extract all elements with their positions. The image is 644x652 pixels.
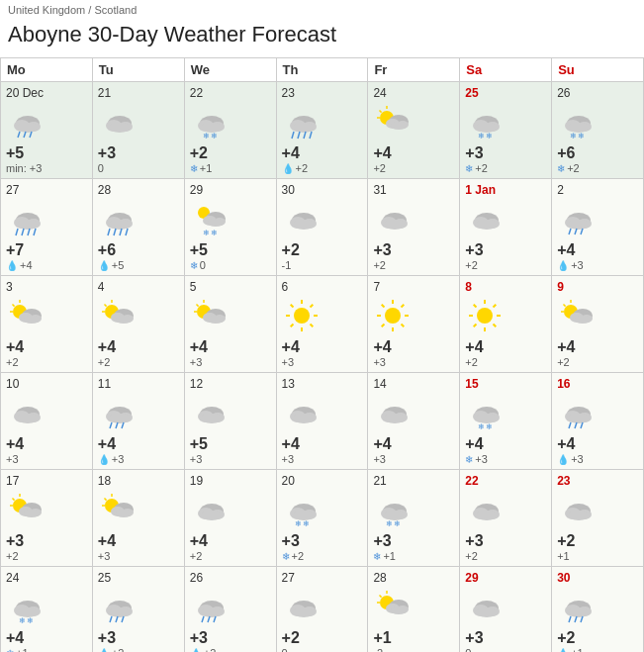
svg-line-233: [116, 616, 118, 622]
weather-icon: [190, 490, 271, 532]
day-header-mo: Mo: [1, 58, 93, 82]
main-temp: +3: [465, 629, 483, 647]
sub-row: min: +3: [6, 162, 87, 174]
main-temp: +3: [465, 532, 483, 550]
weather-icon: [282, 296, 363, 338]
sub-row: 💧+3: [557, 259, 638, 271]
main-temp: +4: [282, 338, 300, 356]
svg-line-4: [18, 132, 20, 138]
day-number: 8: [465, 280, 546, 294]
svg-point-65: [207, 219, 225, 227]
weather-icon: [373, 393, 454, 435]
sub-row: +3: [373, 453, 454, 465]
sub-row: 0: [98, 162, 179, 174]
svg-point-164: [293, 414, 315, 423]
sub-row: +3: [6, 453, 87, 465]
svg-line-249: [380, 596, 382, 598]
temp-row: +3: [98, 629, 179, 647]
weather-icon: [465, 296, 546, 338]
main-temp: +2: [557, 629, 575, 647]
day-cell: 24 +4+2: [368, 82, 460, 179]
temp-row: +6: [98, 241, 179, 259]
svg-text:❄: ❄: [394, 519, 401, 528]
day-number: 10: [6, 377, 87, 391]
day-number: 13: [282, 377, 363, 391]
main-temp: +2: [282, 629, 300, 647]
main-temp: +2: [190, 144, 208, 162]
sub-temp: +3: [475, 453, 488, 465]
svg-point-245: [293, 607, 315, 617]
sub-temp: +1: [383, 550, 396, 562]
main-temp: +4: [190, 338, 208, 356]
weather-icon: [465, 199, 546, 241]
day-cell: 27 +20: [277, 567, 369, 652]
svg-point-3: [17, 123, 39, 133]
day-number: 1 Jan: [465, 183, 546, 197]
sub-row: 0: [465, 647, 546, 652]
day-number: 19: [190, 474, 271, 488]
day-cell: 21 +30: [93, 82, 185, 179]
sub-temp: +2: [475, 162, 488, 174]
day-number: 5: [190, 280, 271, 294]
main-temp: +3: [190, 629, 208, 647]
sub-row: +2: [6, 356, 87, 368]
day-number: 24: [373, 86, 454, 100]
svg-line-154: [110, 422, 112, 428]
day-number: 22: [465, 474, 546, 488]
day-header-we: We: [185, 58, 277, 82]
day-cell: 20 ❄ ❄+3❄+2: [277, 470, 369, 567]
weather-icon: [6, 393, 87, 435]
day-number: 9: [557, 280, 638, 294]
breadcrumb: United Kingdom / Scotland: [0, 0, 644, 18]
main-temp: +4: [98, 532, 116, 550]
svg-text:❄: ❄: [478, 422, 485, 431]
day-number: 26: [557, 86, 638, 100]
rain-icon: 💧: [557, 454, 569, 465]
temp-row: +5: [190, 241, 271, 259]
main-temp: +4: [98, 435, 116, 453]
svg-point-201: [201, 511, 223, 520]
temp-row: +2: [557, 629, 638, 647]
svg-line-135: [494, 325, 497, 327]
rain-icon: 💧: [98, 648, 110, 653]
temp-row: +3: [465, 629, 546, 647]
svg-text:❄: ❄: [486, 132, 493, 140]
svg-line-141: [564, 305, 566, 307]
svg-line-117: [310, 325, 313, 327]
main-temp: +2: [557, 532, 575, 550]
weather-icon: [373, 102, 454, 144]
sub-temp: +2: [204, 647, 217, 652]
day-number: 14: [373, 377, 454, 391]
sub-row: +3: [373, 356, 454, 368]
temp-row: +4: [6, 629, 87, 647]
sub-temp: 0: [98, 162, 104, 174]
main-temp: +3: [373, 532, 391, 550]
main-temp: +4: [98, 338, 116, 356]
svg-point-110: [207, 316, 225, 324]
weather-icon: [190, 296, 271, 338]
rain-icon: 💧: [190, 648, 202, 653]
sub-row: +3: [98, 550, 179, 562]
svg-point-71: [293, 220, 315, 230]
day-cell: 18 +4+3: [93, 470, 185, 567]
weather-icon: [6, 296, 87, 338]
weather-icon: ❄ ❄: [190, 102, 271, 144]
temp-row: +4: [373, 144, 454, 162]
svg-line-193: [104, 499, 106, 501]
svg-line-51: [28, 229, 30, 235]
temp-row: +4: [373, 435, 454, 453]
svg-line-155: [116, 422, 118, 428]
sub-temp: +2: [112, 647, 125, 652]
temp-row: +4: [557, 338, 638, 356]
main-temp: +7: [6, 241, 24, 259]
main-temp: +4: [373, 144, 391, 162]
main-temp: +1: [373, 629, 391, 647]
day-number: 20: [282, 474, 363, 488]
temp-row: +2: [282, 241, 363, 259]
temp-row: +3: [98, 144, 179, 162]
weather-icon: [282, 199, 363, 241]
main-temp: +4: [190, 532, 208, 550]
svg-text:❄: ❄: [386, 519, 393, 528]
calendar-grid: MoTuWeThFrSaSu20 Dec +5min: +321 +3022 ❄…: [0, 57, 644, 652]
day-number: 15: [465, 377, 546, 391]
